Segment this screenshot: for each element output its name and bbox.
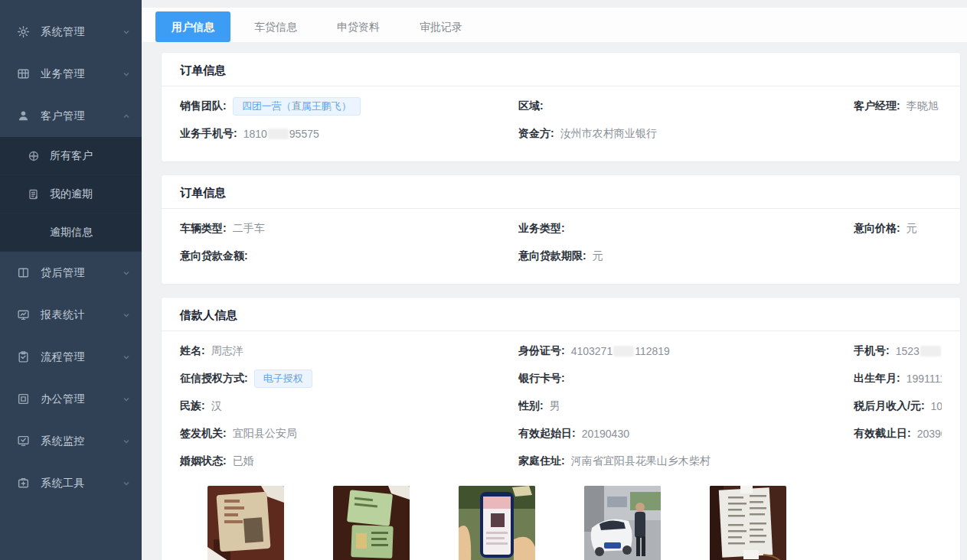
field-home-address: 家庭住址: 河南省宜阳县花果山乡木柴村: [518, 448, 854, 475]
field-name: 姓名: 周志洋: [180, 337, 518, 365]
field-ethnicity: 民族: 汉: [180, 392, 518, 420]
content-area: 订单信息 销售团队: 四团一营（直属王鹏飞） 区域: 客户经理:: [142, 43, 967, 560]
sidebar-item-label: 系统工具: [41, 477, 122, 490]
sidebar-item-all-customers[interactable]: 所有客户: [0, 137, 142, 175]
card-title: 借款人信息: [162, 298, 960, 331]
field-mobile-phone: 手机号: 15236137: [854, 337, 942, 365]
field-marital-status: 婚姻状态: 已婚: [180, 448, 518, 475]
card-title: 订单信息: [162, 175, 960, 209]
sidebar-item-process-management[interactable]: 流程管理: [0, 336, 142, 378]
field-gender: 性别: 男: [518, 392, 854, 420]
credit-auth-tag[interactable]: 电子授权: [254, 370, 312, 388]
sidebar-item-overdue-info[interactable]: 逾期信息: [0, 213, 142, 252]
chevron-down-icon: [122, 70, 131, 79]
toolbox-icon: [17, 477, 30, 490]
notebook-icon: [28, 188, 40, 200]
sidebar-item-label: 客户管理: [41, 109, 122, 123]
chevron-down-icon: [122, 479, 131, 488]
chevron-down-icon: [122, 269, 131, 278]
gear-icon: [17, 25, 30, 38]
sidebar-item-report-statistics[interactable]: 报表统计: [0, 294, 142, 336]
field-id-number: 身份证号: 4103271112819: [518, 337, 854, 365]
photo-item: 驾驶证照片: [333, 486, 410, 560]
field-sales-team: 销售团队: 四团一营（直属王鹏飞）: [180, 93, 518, 120]
sidebar-item-system-tools[interactable]: 系统工具: [0, 462, 142, 504]
field-intent-loan-term: 意向贷款期限: 元: [518, 243, 854, 270]
sidebar-item-system-monitor[interactable]: 系统监控: [0, 420, 142, 462]
redaction-mask: [268, 129, 289, 139]
photo-item: 身份证: [207, 486, 284, 560]
monitor-icon: [17, 308, 30, 321]
license-photo[interactable]: [333, 486, 410, 560]
tab-loan-application-docs[interactable]: 申贷资料: [321, 11, 396, 42]
order-info-card-2: 订单信息 车辆类型: 二手车 业务类型: 意向价格: 元: [161, 174, 961, 285]
app-window: 系统管理 业务管理 客户管理 所有客户 我的逾期 逾期信息: [0, 0, 967, 560]
field-valid-from: 有效起始日: 20190430: [518, 420, 854, 448]
field-birth-date: 出生年月: 19911111: [854, 365, 942, 392]
tab-approval-records[interactable]: 审批记录: [403, 11, 479, 42]
field-region: 区域:: [518, 93, 854, 120]
field-funder: 资金方: 汝州市农村商业银行: [518, 120, 854, 148]
sidebar-item-customer-management[interactable]: 客户管理: [0, 95, 142, 137]
field-intent-loan-amount: 意向贷款金额:: [180, 243, 518, 270]
redaction-mask: [613, 346, 634, 357]
person-car-photo[interactable]: [584, 486, 661, 560]
field-bank-card: 银行卡号:: [518, 365, 854, 392]
sidebar-item-system-management[interactable]: 系统管理: [0, 11, 142, 53]
field-vehicle-type: 车辆类型: 二手车: [180, 215, 518, 243]
chevron-down-icon: [122, 395, 131, 404]
sidebar-item-label: 所有客户: [50, 149, 93, 163]
grid-icon: [17, 67, 30, 80]
field-business-type: 业务类型:: [518, 215, 854, 243]
sidebar-item-label: 业务管理: [41, 67, 122, 81]
chevron-down-icon: [122, 437, 131, 446]
field-customer-manager: 客户经理: 李晓旭: [854, 93, 942, 120]
wheel-icon: [28, 150, 40, 162]
borrower-photos: 身份证 驾驶证照片 授权码照: [207, 486, 942, 560]
borrower-info-card: 借款人信息 姓名: 周志洋 身份证号: 4103271112819 手机号:: [161, 297, 961, 560]
detail-tabbar: 用户信息 车贷信息 申贷资料 审批记录: [142, 8, 967, 43]
main-area: 用户信息 车贷信息 申贷资料 审批记录 订单信息 销售团队: 四团一营（直属王鹏…: [142, 0, 967, 560]
sidebar-item-postloan-management[interactable]: 贷后管理: [0, 252, 142, 294]
sidebar: 系统管理 业务管理 客户管理 所有客户 我的逾期 逾期信息: [0, 0, 142, 560]
chevron-up-icon: [122, 112, 131, 121]
field-business-phone: 业务手机号: 181095575: [180, 120, 518, 148]
customer-management-submenu: 所有客户 我的逾期 逾期信息: [0, 137, 142, 252]
sidebar-item-label: 逾期信息: [50, 226, 93, 239]
square-icon: [17, 392, 30, 405]
field-intent-price: 意向价格: 元: [854, 215, 942, 243]
sidebar-item-office-management[interactable]: 办公管理: [0, 378, 142, 420]
sales-team-tag[interactable]: 四团一营（直属王鹏飞）: [233, 97, 361, 116]
photo-item: 其他材料: [710, 486, 786, 560]
user-icon: [17, 109, 30, 122]
sidebar-item-label: 报表统计: [41, 308, 122, 322]
field-valid-to: 有效截止日: 20390430: [854, 420, 942, 448]
card-title: 订单信息: [162, 53, 960, 86]
sidebar-item-label: 办公管理: [41, 392, 122, 406]
sidebar-item-label: 系统监控: [41, 435, 122, 448]
photo-item: 授权码照: [459, 486, 535, 560]
clipboard-icon: [17, 350, 30, 363]
chevron-down-icon: [122, 28, 131, 37]
field-monthly-income: 税后月收入/元: 10000: [854, 392, 942, 420]
sidebar-item-business-management[interactable]: 业务管理: [0, 53, 142, 95]
sidebar-item-label: 贷后管理: [41, 266, 122, 280]
book-icon: [17, 266, 30, 279]
document-photo[interactable]: [710, 486, 786, 560]
photo-item: 人车合影: [584, 486, 661, 560]
field-issuing-authority: 签发机关: 宜阳县公安局: [180, 420, 518, 448]
chevron-down-icon: [122, 311, 131, 320]
tab-car-loan-info[interactable]: 车贷信息: [238, 11, 313, 42]
id-card-photo[interactable]: [207, 486, 284, 560]
monitor-check-icon: [17, 435, 30, 448]
sidebar-item-label: 我的逾期: [50, 187, 93, 201]
auth-qr-photo[interactable]: [459, 486, 535, 560]
field-credit-auth-method: 征信授权方式: 电子授权: [180, 365, 518, 392]
sidebar-item-label: 系统管理: [41, 25, 122, 39]
sidebar-item-label: 流程管理: [41, 350, 122, 364]
order-info-card-1: 订单信息 销售团队: 四团一营（直属王鹏飞） 区域: 客户经理:: [161, 52, 961, 162]
sidebar-item-my-overdue[interactable]: 我的逾期: [0, 175, 142, 213]
redaction-mask: [920, 346, 941, 357]
tab-user-info[interactable]: 用户信息: [155, 11, 230, 42]
chevron-down-icon: [122, 353, 131, 362]
